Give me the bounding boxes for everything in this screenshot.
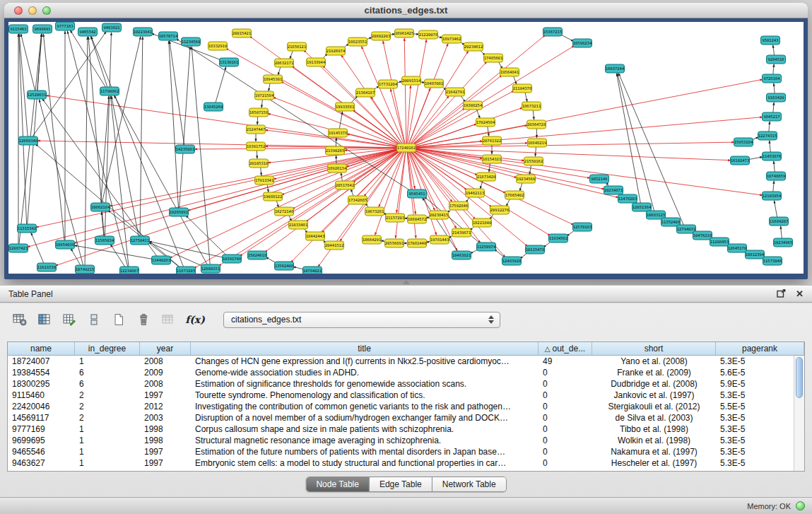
graph-node[interactable]: 10954036 <box>56 240 75 249</box>
graph-node[interactable]: 17240162 <box>397 144 416 152</box>
graph-node[interactable]: 21550162 <box>524 157 543 165</box>
table-row[interactable]: 946362711997Embryonic stem cells: a mode… <box>8 457 794 469</box>
graph-node[interactable]: 9465542 <box>78 28 98 36</box>
graph-node[interactable]: 10862184 <box>91 203 110 211</box>
graph-node[interactable]: 12087423 <box>9 244 28 252</box>
graph-node[interactable]: 18926134 <box>328 164 347 173</box>
graph-node[interactable]: 12103954 <box>763 192 782 200</box>
graph-node[interactable]: 12750411 <box>131 236 150 245</box>
graph-node[interactable]: 12051384 <box>632 203 652 211</box>
graph-node[interactable]: 20238415 <box>430 211 449 219</box>
graph-node[interactable]: 9545451 <box>408 189 427 198</box>
graph-node[interactable]: 12570183 <box>573 223 592 231</box>
graph-node[interactable]: 17024584 <box>476 118 495 127</box>
graph-node[interactable]: 9115463 <box>9 25 28 33</box>
column-header-out_de[interactable]: △out_de... <box>539 342 592 355</box>
table-row[interactable]: 1938455462009Genome-wide association stu… <box>8 367 794 378</box>
column-header-short[interactable]: short <box>592 342 716 355</box>
tab-network-table[interactable]: Network Table <box>432 477 506 491</box>
graph-node[interactable]: 9777163 <box>56 22 75 30</box>
graph-node[interactable]: 20015421 <box>233 29 252 37</box>
graph-node[interactable]: 11621530 <box>37 263 57 271</box>
row-options-button[interactable] <box>84 310 104 329</box>
tab-node-table[interactable]: Node Table <box>306 477 369 491</box>
graph-node[interactable]: 10265091 <box>170 208 189 216</box>
graph-node[interactable]: 11873205 <box>177 267 196 274</box>
graph-node[interactable]: 16848219 <box>528 139 547 147</box>
graph-node[interactable]: 19088122 <box>264 192 283 201</box>
panel-splitter[interactable] <box>0 279 812 285</box>
graph-node[interactable]: 21856121 <box>288 42 307 51</box>
graph-node[interactable]: 21104378 <box>513 84 532 93</box>
graph-node[interactable]: 20802203 <box>372 32 391 40</box>
graph-node[interactable]: 16598234 <box>573 39 592 47</box>
graph-node[interactable]: 10463821 <box>452 251 471 259</box>
graph-node[interactable]: 10223841 <box>134 28 153 36</box>
graph-node[interactable]: 21439871 <box>452 228 471 237</box>
graph-node[interactable]: 9463621 <box>102 23 122 32</box>
table-row[interactable]: 969969511998Structural magnetic resonanc… <box>8 435 794 446</box>
graph-node[interactable]: 21220078 <box>419 30 438 39</box>
graph-node[interactable]: 12660151 <box>201 264 220 273</box>
graph-node[interactable]: 21873420 <box>477 173 496 181</box>
graph-node[interactable]: 19133944 <box>307 58 326 66</box>
float-panel-icon[interactable] <box>777 289 786 299</box>
table-scrollbar[interactable] <box>794 356 804 471</box>
column-header-year[interactable]: year <box>140 342 191 355</box>
graph-node[interactable]: 20091514 <box>402 76 421 85</box>
graph-node[interactable]: 9699691 <box>33 25 52 33</box>
graph-node[interactable]: 20364728 <box>527 120 546 129</box>
import-table-disabled-button[interactable] <box>158 310 178 329</box>
graph-node[interactable]: 9845217 <box>763 112 782 121</box>
graph-node[interactable]: 18945301 <box>264 75 283 83</box>
graph-node[interactable]: 11478203 <box>618 194 637 203</box>
graph-node[interactable]: 11440283 <box>152 256 171 264</box>
table-row[interactable]: 2242004622012Investigating the contribut… <box>8 401 794 412</box>
graph-node[interactable]: 17665402 <box>505 191 524 199</box>
table-row[interactable]: 1872400712008Changes of HCN gene express… <box>8 356 794 367</box>
graph-node[interactable]: 21926974 <box>326 47 346 55</box>
graph-node[interactable]: 11573046 <box>763 257 782 265</box>
graph-node[interactable]: 11684207 <box>770 217 789 226</box>
show-all-columns-button[interactable] <box>35 310 54 329</box>
edit-columns-button[interactable] <box>59 310 79 329</box>
graph-node[interactable]: 11790862 <box>100 87 119 95</box>
graph-node[interactable]: 21157203 <box>386 214 405 222</box>
graph-node[interactable]: 18823551 <box>348 37 367 46</box>
delete-table-button[interactable] <box>134 310 153 329</box>
function-builder-button[interactable]: f(x) <box>183 310 207 329</box>
graph-node[interactable]: 18804572 <box>408 215 427 223</box>
graph-node[interactable]: 13845260 <box>204 103 223 111</box>
graph-node[interactable]: 20441512 <box>325 241 344 250</box>
graph-node[interactable]: 19145378 <box>329 129 348 137</box>
graph-node[interactable]: 17081440 <box>408 239 427 247</box>
graph-node[interactable]: 12234867 <box>120 267 139 274</box>
graph-node[interactable]: 19234560 <box>517 175 536 183</box>
graph-node[interactable]: 11234560 <box>182 37 201 46</box>
graph-node[interactable]: 15367215 <box>543 28 563 36</box>
network-canvas[interactable]: 1724016221856121206321711894530119721584… <box>8 22 804 274</box>
table-row[interactable]: 946554611997Estimation of the future num… <box>8 446 794 457</box>
graph-node[interactable]: 18487082 <box>425 79 444 88</box>
close-window-button[interactable] <box>14 6 23 15</box>
graph-node[interactable]: 14784021 <box>303 267 322 274</box>
graph-node[interactable]: 9728164 <box>763 74 782 83</box>
graph-node[interactable]: 10391748 <box>223 255 242 263</box>
graph-node[interactable]: 17342685 <box>348 196 367 204</box>
graph-node[interactable]: 15953184 <box>734 138 753 146</box>
graph-node[interactable]: 21247447 <box>247 125 266 134</box>
graph-node[interactable]: 17731204 <box>379 80 398 88</box>
graph-node[interactable]: 16687244 <box>606 64 625 73</box>
graph-node[interactable]: 17485601 <box>484 54 503 62</box>
graph-node[interactable]: 21642791 <box>446 88 465 96</box>
graph-node[interactable]: 11250974 <box>477 243 496 251</box>
graph-node[interactable]: 13562408 <box>275 262 294 270</box>
graph-node[interactable]: 20234612 <box>464 42 483 51</box>
graph-node[interactable]: 11453876 <box>763 152 782 160</box>
graph-node[interactable]: 20761322 <box>483 136 502 145</box>
column-header-pagerank[interactable]: pagerank <box>716 342 804 355</box>
graph-node[interactable]: 19673281 <box>365 207 384 216</box>
table-scrollbar-thumb[interactable] <box>796 357 803 398</box>
column-header-name[interactable]: name <box>8 342 75 355</box>
graph-node[interactable]: 20105310 <box>249 159 269 168</box>
